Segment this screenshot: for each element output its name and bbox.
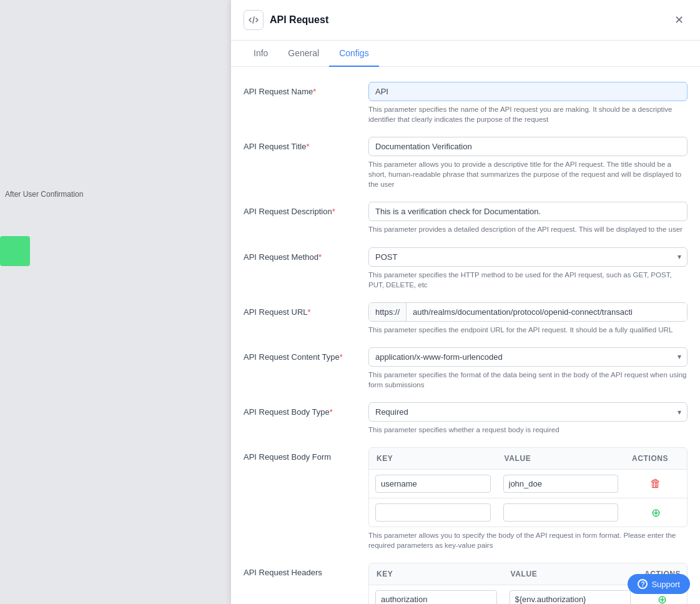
modal-header: API Request ✕ <box>231 0 700 41</box>
api-request-content-type-select[interactable]: application/x-www-form-urlencoded applic… <box>368 347 688 367</box>
api-icon <box>244 10 264 30</box>
api-request-name-row: API Request Name* This parameter specifi… <box>244 82 688 124</box>
api-request-method-select[interactable]: POST GET PUT DELETE PATCH <box>368 247 688 267</box>
delete-row1-button[interactable]: 🗑 <box>647 475 664 493</box>
body-form-table: KEY VALUE ACTIONS 🗑 <box>368 447 688 527</box>
api-request-body-form-help: This parameter allows you to specify the… <box>368 530 688 550</box>
api-request-description-row: API Request Description* This parameter … <box>244 202 688 234</box>
url-prefix: https:// <box>369 303 407 321</box>
tab-general[interactable]: General <box>278 41 329 67</box>
api-request-url-label: API Request URL* <box>244 302 368 317</box>
api-request-body-form-label: API Request Body Form <box>244 447 368 462</box>
body-form-row2-actions-cell: ⊕ <box>624 499 687 527</box>
api-request-description-help: This parameter provides a detailed descr… <box>368 224 688 234</box>
api-request-url-input[interactable] <box>407 303 687 321</box>
api-request-headers-row: API Request Headers KEY VALUE ACTIONS <box>244 563 688 604</box>
background-panel <box>0 0 231 604</box>
api-request-modal: API Request ✕ Info General Configs API R… <box>231 0 700 604</box>
tab-info[interactable]: Info <box>244 41 278 67</box>
api-request-body-type-row: API Request Body Type* Required None Opt… <box>244 402 688 435</box>
support-label: Support <box>651 580 680 589</box>
api-request-headers-label: API Request Headers <box>244 563 368 577</box>
api-request-content-type-label: API Request Content Type* <box>244 347 368 362</box>
api-request-name-field: This parameter specifies the name of the… <box>368 82 688 124</box>
api-request-body-form-field: KEY VALUE ACTIONS 🗑 <box>368 447 688 550</box>
body-form-row1-value-cell <box>497 470 625 498</box>
support-button[interactable]: ? Support <box>628 574 690 594</box>
body-form-row1-actions-cell: 🗑 <box>624 470 687 498</box>
headers-value-header: VALUE <box>503 563 638 585</box>
api-request-url-field: https:// This parameter specifies the en… <box>368 302 688 335</box>
body-form-row2-key-input[interactable] <box>375 503 491 522</box>
modal-body: API Request Name* This parameter specifi… <box>231 67 700 604</box>
body-form-key-header: KEY <box>369 448 497 469</box>
api-request-method-select-wrapper: POST GET PUT DELETE PATCH ▾ <box>368 247 688 267</box>
api-request-content-type-help: This parameter specifies the format of t… <box>368 370 688 390</box>
api-request-body-type-help: This parameter specifies whether a reque… <box>368 425 688 435</box>
api-request-url-row: API Request URL* https:// This parameter… <box>244 302 688 335</box>
api-request-description-field: This parameter provides a detailed descr… <box>368 202 688 234</box>
api-request-method-row: API Request Method* POST GET PUT DELETE … <box>244 247 688 290</box>
table-row: ⊕ <box>369 498 687 527</box>
api-request-title-help: This parameter allows you to provide a d… <box>368 159 688 189</box>
support-icon: ? <box>638 579 648 589</box>
tabs-container: Info General Configs <box>231 41 700 67</box>
body-form-row1-key-cell <box>369 470 497 498</box>
api-request-body-type-field: Required None Optional ▾ This parameter … <box>368 402 688 435</box>
api-request-title-label: API Request Title* <box>244 137 368 151</box>
table-row: 🗑 <box>369 470 687 498</box>
api-request-description-input[interactable] <box>368 202 688 221</box>
api-request-title-input[interactable] <box>368 137 688 156</box>
api-request-body-type-label: API Request Body Type* <box>244 402 368 417</box>
body-form-row2-value-input[interactable] <box>503 503 619 522</box>
api-request-title-field: This parameter allows you to provide a d… <box>368 137 688 189</box>
body-form-row2-key-cell <box>369 498 497 527</box>
headers-row1-value-cell <box>503 585 638 604</box>
body-form-table-header: KEY VALUE ACTIONS <box>369 448 687 470</box>
api-request-description-label: API Request Description* <box>244 202 368 216</box>
url-input-group: https:// <box>368 302 688 322</box>
add-row-button[interactable]: ⊕ <box>647 504 664 522</box>
api-request-content-type-row: API Request Content Type* application/x-… <box>244 347 688 390</box>
body-form-row2-value-cell <box>497 498 625 527</box>
api-request-method-field: POST GET PUT DELETE PATCH ▾ This paramet… <box>368 247 688 290</box>
headers-row1-value-input[interactable] <box>510 590 631 604</box>
api-request-url-help: This parameter specifies the endpoint UR… <box>368 325 688 335</box>
headers-row1-key-cell <box>369 585 503 604</box>
api-request-body-type-select[interactable]: Required None Optional <box>368 402 688 422</box>
api-request-body-form-row: API Request Body Form KEY VALUE ACTIONS <box>244 447 688 550</box>
api-request-title-row: API Request Title* This parameter allows… <box>244 137 688 189</box>
body-form-actions-header: ACTIONS <box>624 448 687 469</box>
tab-configs[interactable]: Configs <box>329 41 378 67</box>
api-request-name-label: API Request Name* <box>244 82 368 96</box>
api-request-content-type-field: application/x-www-form-urlencoded applic… <box>368 347 688 390</box>
content-type-select-wrapper: application/x-www-form-urlencoded applic… <box>368 347 688 367</box>
after-user-label: After User Confirmation <box>5 190 83 199</box>
body-form-row1-value-input[interactable] <box>503 475 619 493</box>
api-request-name-help: This parameter specifies the name of the… <box>368 104 688 124</box>
green-box <box>0 236 30 266</box>
headers-key-header: KEY <box>369 563 503 585</box>
headers-row1-key-input[interactable] <box>375 590 497 604</box>
body-form-value-header: VALUE <box>497 448 625 469</box>
api-request-method-help: This parameter specifies the HTTP method… <box>368 270 688 290</box>
body-type-select-wrapper: Required None Optional ▾ <box>368 402 688 422</box>
close-button[interactable]: ✕ <box>670 11 688 29</box>
body-form-row1-key-input[interactable] <box>375 475 491 493</box>
modal-title: API Request <box>270 14 670 26</box>
api-request-method-label: API Request Method* <box>244 247 368 262</box>
api-request-name-input[interactable] <box>368 82 688 101</box>
